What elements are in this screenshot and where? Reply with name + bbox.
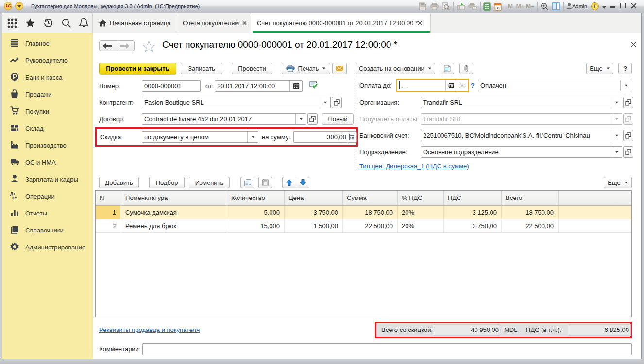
svg-text:Кт: Кт bbox=[12, 196, 17, 200]
svg-text:31: 31 bbox=[496, 6, 500, 10]
